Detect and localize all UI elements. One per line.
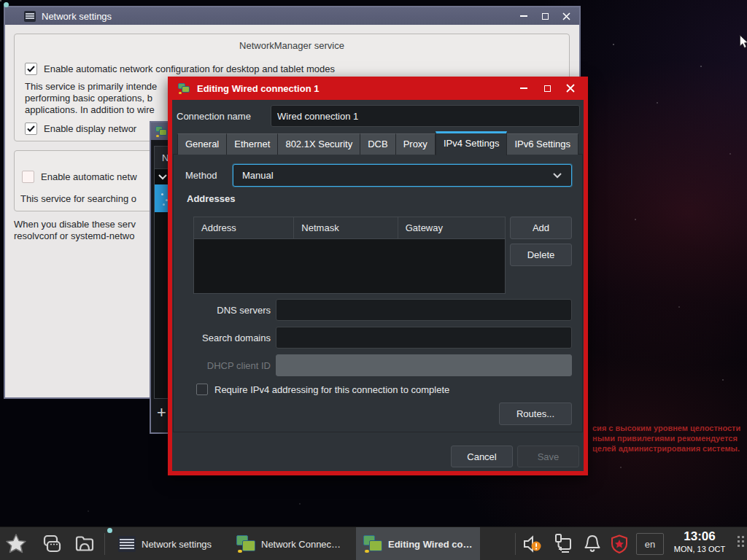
settings-list-icon	[24, 11, 36, 22]
dialog-title: Editing Wired connection 1	[197, 83, 319, 94]
search-domains-label: Search domains	[185, 332, 271, 343]
network-tray-icon[interactable]	[550, 533, 573, 555]
tab-ipv6-settings[interactable]: IPv6 Settings	[507, 133, 578, 155]
addresses-table-body[interactable]	[193, 239, 506, 294]
checkbox-auto-config[interactable]	[25, 63, 37, 75]
task-network-connections[interactable]: Network Connec…	[229, 527, 350, 560]
group2-description: This service for searching o	[20, 193, 136, 205]
service-description-line: applications. In addition to wire	[25, 104, 157, 116]
column-header-address[interactable]: Address	[194, 217, 294, 238]
favorites-launcher[interactable]	[3, 531, 29, 557]
method-value: Manual	[242, 170, 274, 181]
wired-network-icon	[550, 533, 573, 555]
taskbar: Network settings Network Connec… Editing…	[0, 526, 747, 560]
window-title: Network settings	[42, 11, 112, 22]
checkbox-label: Enable display networ	[44, 123, 136, 134]
maximize-button[interactable]	[539, 10, 551, 22]
network-manager-icon	[155, 126, 167, 137]
tab-dcb[interactable]: DCB	[360, 133, 395, 155]
column-header-gateway[interactable]: Gateway	[398, 217, 505, 238]
cascade-windows-icon	[39, 532, 63, 556]
connection-name-label: Connection name	[177, 111, 251, 122]
require-ipv4-label: Require IPv4 addressing for this connect…	[214, 384, 449, 395]
minimize-button[interactable]	[518, 82, 530, 94]
add-button[interactable]: Add	[510, 217, 572, 239]
connection-name-input[interactable]	[271, 105, 580, 127]
folder-icon	[73, 532, 96, 556]
delete-button[interactable]: Delete	[510, 244, 572, 266]
tab-ipv4-settings[interactable]: IPv4 Settings	[436, 131, 508, 155]
dns-servers-label: DNS servers	[185, 305, 271, 316]
service-description-line: This service is primarily intende	[25, 81, 157, 93]
chevron-down-icon	[552, 172, 562, 179]
bell-icon	[582, 534, 603, 554]
groupbox-title: NetworkManager service	[15, 40, 569, 51]
add-connection-button[interactable]: +	[157, 403, 166, 422]
column-header-netmask[interactable]: Netmask	[294, 217, 398, 238]
warning-line: целей администрирования системы.	[592, 443, 740, 454]
taskbar-separator	[515, 533, 516, 555]
chevron-down-icon	[158, 174, 168, 180]
checkbox-label: Enable automatic netw	[41, 171, 137, 182]
dhcp-client-id-input	[276, 354, 572, 376]
desktop-warning-text: сия с высоким уровнем целостности ными п…	[592, 423, 740, 454]
addresses-label: Addresses	[187, 193, 235, 204]
search-domains-input[interactable]	[276, 327, 572, 349]
close-icon[interactable]	[565, 82, 576, 94]
task-label: Network settings	[142, 539, 212, 550]
network-manager-icon	[236, 535, 255, 553]
ipv4-settings-pane: Method Manual Addresses Address Netmask …	[173, 154, 583, 432]
maximize-button[interactable]	[541, 82, 553, 94]
tab-8021x-security[interactable]: 802.1X Security	[278, 133, 360, 155]
checkbox-label: Enable automatic network configuration f…	[44, 63, 335, 74]
routes-button[interactable]: Routes...	[499, 402, 572, 425]
tab-general[interactable]: General	[177, 133, 227, 155]
checkbox-display-network[interactable]	[25, 122, 37, 135]
method-combobox[interactable]: Manual	[233, 164, 572, 187]
method-label: Method	[185, 170, 217, 181]
close-icon[interactable]	[560, 10, 572, 22]
security-tray-icon[interactable]	[608, 533, 631, 555]
mouse-cursor	[740, 35, 747, 52]
windows-launcher[interactable]	[38, 531, 64, 557]
tab-ethernet[interactable]: Ethernet	[227, 133, 278, 155]
cancel-button[interactable]: Cancel	[451, 446, 513, 467]
speaker-warning-icon	[522, 534, 543, 554]
files-launcher[interactable]	[71, 531, 98, 557]
require-ipv4-checkbox[interactable]	[196, 384, 208, 395]
notifications-tray-icon[interactable]	[581, 533, 604, 555]
panel-handle-dots[interactable]	[738, 536, 744, 547]
checkbox-auto-network[interactable]	[22, 171, 34, 183]
volume-tray-icon[interactable]	[521, 533, 544, 555]
clock-time: 13:06	[668, 529, 731, 544]
settings-list-icon	[118, 536, 136, 552]
dhcp-client-id-label: DHCP client ID	[185, 360, 271, 371]
stars-decoration	[0, 0, 1, 1]
warning-line: сия с высоким уровнем целостности	[592, 423, 740, 433]
dns-servers-input[interactable]	[276, 299, 572, 321]
task-network-settings[interactable]: Network settings	[111, 527, 224, 560]
addresses-table: Address Netmask Gateway	[193, 217, 506, 294]
task-label: Editing Wired co…	[388, 539, 472, 550]
star-icon	[4, 532, 28, 556]
service-description-line: performing basic operations, b	[25, 93, 157, 104]
footer-note-line: When you disable these serv	[14, 219, 136, 230]
save-button[interactable]: Save	[517, 446, 579, 467]
titlebar-network-settings[interactable]: Network settings	[5, 7, 579, 25]
network-manager-icon	[363, 535, 382, 553]
taskbar-clock[interactable]: 13:06 MON, 13 OCT	[668, 529, 731, 554]
warning-line: ными привилегиями рекомендуется	[592, 433, 740, 443]
task-editing-wired[interactable]: Editing Wired co…	[356, 527, 480, 560]
dialog-body: Connection name General Ethernet 802.1X …	[172, 100, 584, 471]
keyboard-layout-indicator[interactable]: en	[636, 533, 664, 555]
shield-star-icon	[609, 534, 630, 554]
taskbar-separator	[104, 533, 105, 555]
dialog-titlebar[interactable]: Editing Wired connection 1	[168, 77, 588, 100]
clock-date: MON, 13 OCT	[668, 544, 731, 554]
footer-note-line: resolvconf or systemd-netwo	[14, 230, 136, 242]
tab-proxy[interactable]: Proxy	[396, 133, 436, 155]
screen-corner-indicator	[4, 2, 9, 7]
settings-tabbar: General Ethernet 802.1X Security DCB Pro…	[177, 131, 578, 155]
dialog-editing-wired-connection: Editing Wired connection 1 Connection na…	[168, 77, 588, 475]
minimize-button[interactable]	[518, 10, 530, 22]
